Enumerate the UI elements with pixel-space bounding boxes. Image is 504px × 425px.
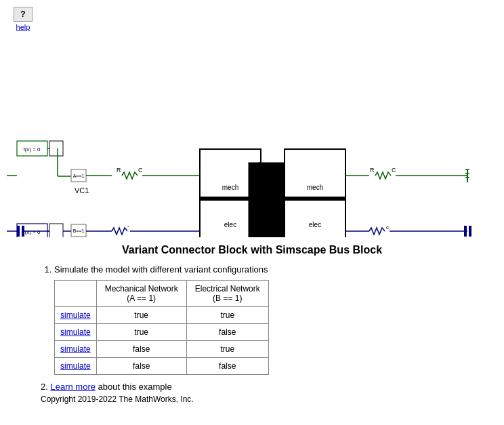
- svg-rect-52: [464, 226, 467, 237]
- simulate-cell: simulate: [55, 324, 97, 341]
- elec-value: true: [186, 307, 268, 324]
- mech-value: true: [96, 307, 186, 324]
- diagram-area: f(x) = 0 A==1 R C VC1 mech elec: [7, 54, 495, 237]
- help-button[interactable]: ?: [14, 7, 33, 22]
- col-header-1: [55, 281, 97, 307]
- learn-more-link[interactable]: Learn more: [50, 382, 95, 392]
- svg-text:A==1: A==1: [73, 174, 85, 178]
- copyright-text: Copyright 2019-2022 The MathWorks, Inc.: [41, 394, 463, 404]
- svg-text:C: C: [138, 167, 143, 174]
- svg-text:mech: mech: [222, 184, 238, 191]
- table-row: simulatefalsefalse: [55, 358, 269, 375]
- section-title: Variant Connector Block with Simscape Bu…: [41, 244, 463, 256]
- svg-rect-40: [22, 226, 24, 237]
- svg-text:elec: elec: [224, 221, 236, 228]
- mech-value: true: [96, 324, 186, 341]
- step-1: Simulate the model with different varian…: [54, 264, 463, 375]
- step-2: 2. Learn more about this example: [41, 382, 463, 392]
- svg-text:c: c: [386, 224, 389, 230]
- table-row: simulatetruefalse: [55, 324, 269, 341]
- simulate-cell: simulate: [55, 307, 97, 324]
- table-row: simulatefalsetrue: [55, 341, 269, 358]
- col-header-2: Mechanical Network(A == 1): [96, 281, 186, 307]
- content-section: Variant Connector Block with Simscape Bu…: [0, 244, 504, 404]
- config-table: Mechanical Network(A == 1) Electrical Ne…: [54, 280, 269, 375]
- svg-text:f(x) = 0: f(x) = 0: [23, 146, 41, 153]
- elec-value: false: [186, 358, 268, 375]
- svg-rect-39: [17, 226, 20, 237]
- svg-text:C: C: [392, 167, 396, 174]
- table-header-row: Mechanical Network(A == 1) Electrical Ne…: [55, 281, 269, 307]
- simulate-link-2[interactable]: simulate: [60, 327, 91, 337]
- simulate-link-1[interactable]: simulate: [60, 310, 91, 320]
- svg-rect-24: [259, 163, 285, 237]
- mech-value: false: [96, 341, 186, 358]
- svg-text:R: R: [117, 167, 121, 174]
- elec-value: true: [186, 341, 268, 358]
- help-link[interactable]: help: [16, 23, 30, 31]
- elec-value: false: [186, 324, 268, 341]
- simulate-link-3[interactable]: simulate: [60, 344, 91, 354]
- mech-value: false: [96, 358, 186, 375]
- svg-text:elec: elec: [309, 221, 321, 228]
- svg-rect-53: [469, 226, 471, 237]
- svg-rect-19: [200, 197, 261, 201]
- simulate-link-4[interactable]: simulate: [60, 361, 91, 371]
- svg-text:R: R: [370, 167, 375, 174]
- simulate-cell: simulate: [55, 358, 97, 375]
- svg-rect-37: [49, 224, 63, 237]
- svg-text:VC1: VC1: [75, 186, 89, 195]
- simulate-cell: simulate: [55, 341, 97, 358]
- svg-rect-23: [285, 197, 345, 201]
- diagram-svg: f(x) = 0 A==1 R C VC1 mech elec: [7, 54, 495, 237]
- help-container: ? help: [14, 7, 33, 31]
- svg-text:B==1: B==1: [73, 228, 85, 233]
- help-button-label: ?: [20, 9, 25, 19]
- step2-suffix: about this example: [98, 382, 172, 392]
- svg-text:mech: mech: [307, 184, 323, 191]
- svg-text:f(x) = 0: f(x) = 0: [23, 229, 41, 235]
- step1-text: Simulate the model with different varian…: [54, 264, 463, 275]
- table-row: simulatetruetrue: [55, 307, 269, 324]
- step2-number: 2.: [41, 382, 48, 392]
- step-list: Simulate the model with different varian…: [41, 264, 463, 375]
- svg-rect-5: [49, 141, 63, 156]
- svg-text:-: -: [127, 223, 129, 230]
- col-header-3: Electrical Network(B == 1): [186, 281, 268, 307]
